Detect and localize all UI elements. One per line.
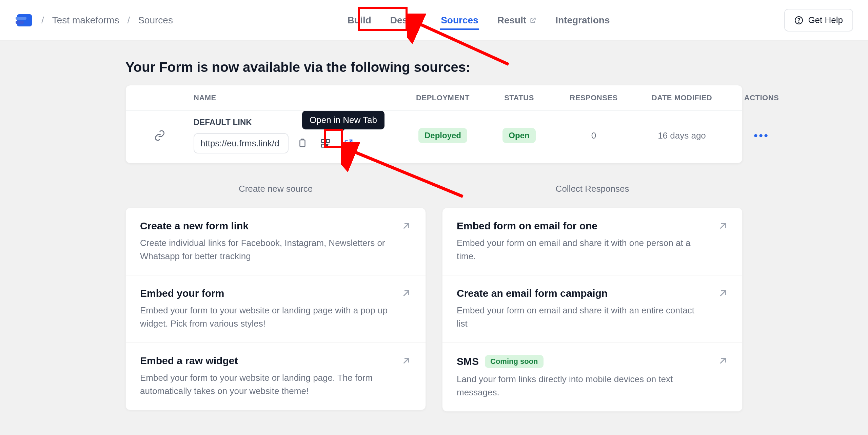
section-create-title: Create new source <box>229 184 323 194</box>
card-sms[interactable]: SMS Coming soon Land your form links dir… <box>442 343 742 411</box>
svg-rect-0 <box>17 14 32 26</box>
date-modified: 16 days ago <box>658 130 706 141</box>
link-icon <box>154 130 165 141</box>
sources-table: NAME DEPLOYMENT STATUS RESPONSES DATE MO… <box>125 85 743 163</box>
collect-responses-cards: Embed form on email for one Embed your f… <box>442 208 743 412</box>
tab-integrations[interactable]: Integrations <box>555 11 610 30</box>
card-desc: Embed your form on email and share it wi… <box>457 236 706 263</box>
arrow-icon <box>401 288 411 300</box>
svg-rect-8 <box>322 144 325 147</box>
card-title: SMS <box>457 356 479 367</box>
tab-sources[interactable]: Sources <box>440 11 479 30</box>
card-title: Embed a raw widget <box>140 355 238 367</box>
card-desc: Embed your form to your website or landi… <box>140 304 390 330</box>
app-logo[interactable] <box>15 13 34 28</box>
card-email-one[interactable]: Embed form on email for one Embed your f… <box>442 208 742 275</box>
th-actions: ACTIONS <box>733 94 790 102</box>
tooltip-open-new-tab: Open in New Tab <box>302 111 384 129</box>
svg-point-4 <box>799 22 800 22</box>
arrow-icon <box>401 356 411 367</box>
tab-design[interactable]: Design <box>390 11 422 30</box>
clipboard-icon <box>297 138 308 148</box>
create-source-cards: Create a new form link Create individual… <box>125 208 426 410</box>
card-title: Create an email form campaign <box>457 288 608 299</box>
responses-count: 0 <box>591 130 596 141</box>
breadcrumb-sep: / <box>127 15 130 26</box>
arrow-icon <box>718 221 728 232</box>
svg-rect-1 <box>16 17 26 20</box>
card-title: Embed form on email for one <box>457 220 597 232</box>
breadcrumb: / Test makeforms / Sources <box>41 15 173 26</box>
row-actions-button[interactable]: ••• <box>754 129 769 142</box>
breadcrumb-item-section[interactable]: Sources <box>138 15 173 26</box>
th-name: NAME <box>126 94 194 102</box>
coming-soon-badge: Coming soon <box>485 355 544 368</box>
card-title: Create a new form link <box>140 220 249 232</box>
get-help-button[interactable]: Get Help <box>784 9 853 32</box>
card-desc: Create individual links for Facebook, In… <box>140 236 390 263</box>
link-url-field[interactable]: https://eu.frms.link/d <box>194 133 289 153</box>
arrow-icon <box>718 356 728 367</box>
deployment-badge: Deployed <box>418 128 467 143</box>
external-link-icon <box>530 17 536 24</box>
top-nav: Build Design Sources Result Integrations <box>347 11 611 30</box>
copy-button[interactable] <box>293 134 312 152</box>
topbar: / Test makeforms / Sources Build Design … <box>0 0 868 41</box>
card-embed-form[interactable]: Embed your form Embed your form to your … <box>126 275 426 343</box>
svg-rect-2 <box>16 21 24 24</box>
svg-rect-7 <box>327 140 330 143</box>
table-row: DEFAULT LINK https://eu.frms.link/d <box>126 111 742 163</box>
external-link-icon <box>343 138 354 148</box>
qr-button[interactable] <box>316 134 335 152</box>
card-desc: Embed your form on email and share it wi… <box>457 304 706 330</box>
tab-result-label: Result <box>497 15 527 26</box>
status-badge: Open <box>502 128 535 143</box>
get-help-label: Get Help <box>808 15 843 25</box>
th-date-modified: DATE MODIFIED <box>631 94 733 102</box>
breadcrumb-sep: / <box>41 15 44 26</box>
section-collect-title: Collect Responses <box>546 184 639 194</box>
card-new-form-link[interactable]: Create a new form link Create individual… <box>126 208 426 275</box>
th-deployment: DEPLOYMENT <box>404 94 482 102</box>
card-desc: Land your form links directly into mobil… <box>457 373 706 399</box>
th-status: STATUS <box>482 94 556 102</box>
tab-build[interactable]: Build <box>347 11 372 30</box>
card-desc: Embed your form to your website or landi… <box>140 371 390 398</box>
arrow-icon <box>718 288 728 300</box>
open-new-tab-button[interactable] <box>339 134 358 152</box>
card-embed-raw-widget[interactable]: Embed a raw widget Embed your form to yo… <box>126 343 426 410</box>
page-title: Your Form is now available via the follo… <box>125 60 743 75</box>
qr-code-icon <box>320 138 331 148</box>
tab-result[interactable]: Result <box>497 11 537 30</box>
card-title: Embed your form <box>140 288 224 299</box>
svg-rect-5 <box>300 140 305 147</box>
help-icon <box>794 16 803 25</box>
breadcrumb-item-form[interactable]: Test makeforms <box>52 15 119 26</box>
arrow-icon <box>401 221 411 232</box>
card-email-campaign[interactable]: Create an email form campaign Embed your… <box>442 275 742 343</box>
th-responses: RESPONSES <box>556 94 631 102</box>
svg-rect-6 <box>322 140 325 143</box>
